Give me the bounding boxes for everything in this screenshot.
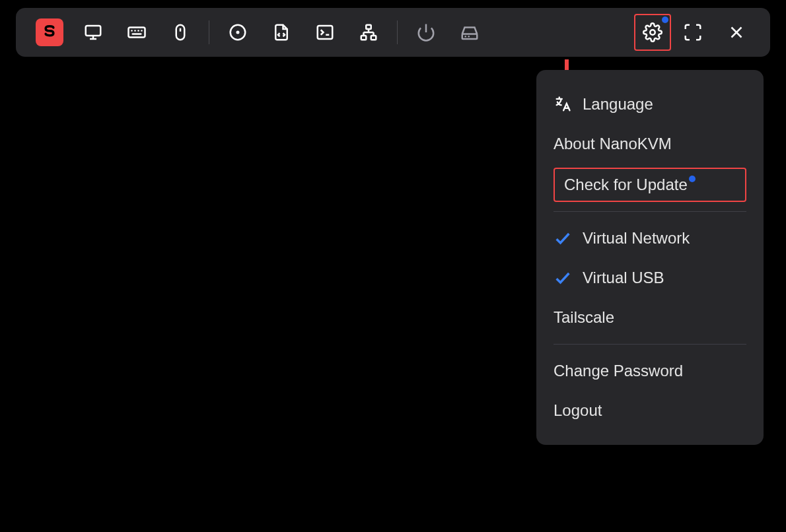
sitemap-icon bbox=[359, 22, 378, 42]
power-icon bbox=[416, 22, 436, 42]
menu-label: About NanoKVM bbox=[554, 135, 672, 153]
menu-label: Logout bbox=[554, 401, 602, 420]
svg-rect-0 bbox=[86, 26, 101, 36]
network-button[interactable] bbox=[352, 16, 385, 49]
menu-check-update[interactable]: Check for Update bbox=[554, 168, 746, 202]
menu-label: Virtual Network bbox=[583, 229, 690, 248]
menu-separator bbox=[554, 344, 746, 345]
keyboard-icon bbox=[127, 22, 147, 42]
menu-separator bbox=[554, 211, 746, 212]
svg-rect-13 bbox=[318, 26, 333, 39]
language-icon bbox=[554, 95, 572, 114]
settings-menu: Language About NanoKVM Check for Update … bbox=[536, 70, 764, 445]
menu-tailscale[interactable]: Tailscale bbox=[554, 298, 746, 337]
file-code-button[interactable] bbox=[265, 16, 298, 49]
svg-point-12 bbox=[237, 32, 239, 34]
disc-icon bbox=[228, 22, 248, 42]
display-button[interactable] bbox=[77, 16, 110, 49]
power-button[interactable] bbox=[410, 16, 443, 49]
menu-label: Language bbox=[583, 95, 653, 114]
menu-about[interactable]: About NanoKVM bbox=[554, 124, 746, 164]
storage-button[interactable] bbox=[453, 16, 486, 49]
disc-button[interactable] bbox=[221, 16, 254, 49]
menu-virtual-usb[interactable]: Virtual USB bbox=[554, 258, 746, 298]
fullscreen-button[interactable] bbox=[676, 16, 709, 49]
keyboard-button[interactable] bbox=[120, 16, 153, 49]
svg-rect-9 bbox=[176, 25, 185, 40]
menu-language[interactable]: Language bbox=[554, 84, 746, 124]
svg-rect-15 bbox=[366, 25, 371, 29]
notification-dot bbox=[689, 176, 696, 182]
notification-dot bbox=[662, 17, 668, 23]
toolbar-divider bbox=[397, 20, 398, 44]
svg-point-26 bbox=[650, 30, 655, 35]
maximize-icon bbox=[683, 22, 703, 42]
logo-badge bbox=[36, 18, 63, 46]
svg-rect-3 bbox=[129, 28, 145, 38]
menu-logout[interactable]: Logout bbox=[554, 391, 746, 430]
menu-label: Check for Update bbox=[564, 176, 688, 194]
menu-label: Virtual USB bbox=[583, 269, 664, 287]
toolbar-divider bbox=[209, 20, 209, 44]
close-button[interactable] bbox=[720, 16, 753, 49]
check-icon bbox=[554, 269, 572, 287]
file-code-icon bbox=[271, 22, 291, 42]
svg-rect-17 bbox=[371, 36, 376, 40]
gear-icon bbox=[643, 22, 662, 42]
menu-label: Change Password bbox=[554, 362, 683, 380]
mouse-button[interactable] bbox=[164, 16, 197, 49]
menu-virtual-network[interactable]: Virtual Network bbox=[554, 218, 746, 258]
menu-label: Tailscale bbox=[554, 308, 614, 327]
settings-button[interactable] bbox=[634, 14, 671, 51]
mouse-icon bbox=[170, 22, 190, 42]
terminal-icon bbox=[315, 22, 335, 42]
monitor-icon bbox=[83, 22, 103, 42]
logo-s-icon bbox=[40, 23, 59, 42]
toolbar bbox=[16, 8, 770, 57]
check-icon bbox=[554, 229, 572, 248]
close-icon bbox=[727, 22, 746, 42]
menu-change-password[interactable]: Change Password bbox=[554, 351, 746, 391]
terminal-button[interactable] bbox=[308, 16, 341, 49]
svg-rect-16 bbox=[361, 36, 367, 40]
hard-drive-icon bbox=[460, 22, 480, 42]
logo[interactable] bbox=[33, 16, 66, 49]
